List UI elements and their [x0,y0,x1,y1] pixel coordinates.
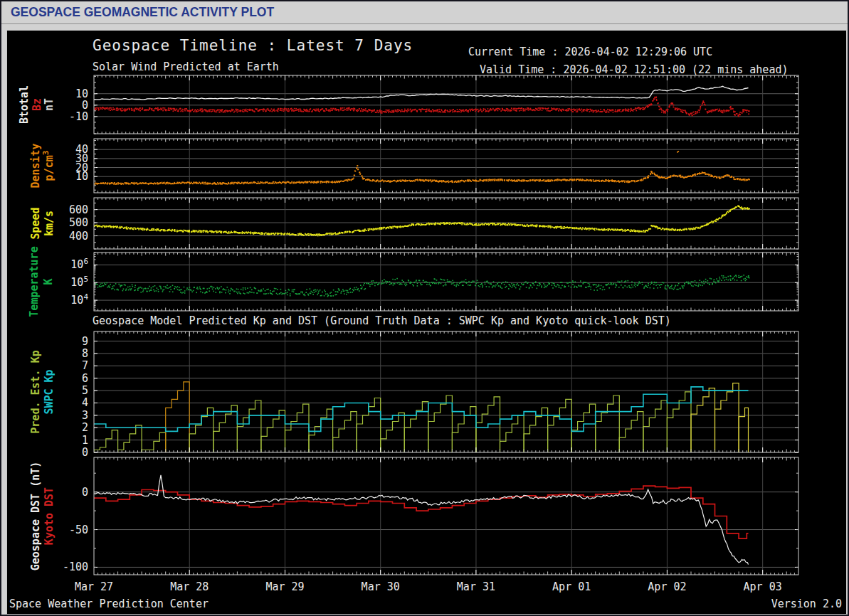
xlabel-Apr-02: Apr 02 [648,580,686,593]
xlabel-Mar-27: Mar 27 [75,580,113,593]
header-bar: GEOSPACE GEOMAGNETIC ACTIVITY PLOT [1,1,848,24]
panel-temperature: 106105104TemperatureK [28,246,798,317]
panel-dst-series [94,475,749,565]
axis-title-temperature: K [42,278,55,285]
ytick-imf--10: -10 [69,110,88,123]
axis-title-speed: km/s [43,211,56,236]
panel-temperature-series [94,275,750,297]
trace-temperature [94,275,750,297]
axis-title-dst: Geospace DST (nT) [29,462,42,571]
ytick-speed-400: 400 [69,230,88,243]
ytick-kp-1: 1 [82,434,88,447]
xlabel-Apr-03: Apr 03 [744,580,782,593]
panel-dst: 0-50-100Geospace DST (nT)Kyoto DST [29,457,798,575]
panel-temperature-xticks [98,253,795,311]
ytick-density-10: 10 [75,170,88,183]
panel-imf-series [94,86,750,117]
xlabel-Mar-28: Mar 28 [170,580,209,593]
xlabel-Apr-01: Apr 01 [552,580,591,593]
ytick-temperature-10^5: 105 [70,275,88,289]
ytick-kp-8: 8 [82,347,88,360]
ytick-speed-500: 500 [69,216,88,229]
ytick-dst-0: 0 [82,486,88,499]
xlabel-Mar-31: Mar 31 [457,580,495,593]
panel-imf: 100-10BtotalBznT [18,75,798,134]
panel-density: 40302010Densityp/cm3 [29,139,798,193]
ytick-kp-3: 3 [82,409,88,422]
ytick-kp-6: 6 [82,372,88,385]
xlabel-Mar-30: Mar 30 [362,580,400,593]
ytick-kp-2: 2 [82,421,88,434]
trace-swpc_kp [94,387,749,432]
panel-kp-series [94,382,749,452]
ytick-kp-5: 5 [82,384,88,397]
panel-density-xticks [98,139,795,193]
axis-title-imf: nT [43,98,56,111]
axis-title-density: Density [29,143,42,188]
trace-bz [94,97,750,117]
panel-kp: 9876543210Pred. Est. KpSWPC Kp [29,331,798,459]
axis-title-speed: Speed [29,207,42,239]
geospace-plot-page: { "header": {"title": "GEOSPACE GEOMAGNE… [0,0,849,616]
plot-frame: Geospace Timeline : Latest 7 Days Curren… [6,30,847,615]
axis-title-kp: Pred. Est. Kp [29,350,42,433]
panel-dst-xticks [98,457,795,575]
trace-pred_est_kp [94,382,749,452]
ytick-dst--50: -50 [69,524,88,536]
axis-title-imf: Bz [31,98,43,111]
axis-title-temperature: Temperature [28,246,41,317]
timeline-chart: 100-10BtotalBznT40302010Densityp/cm36005… [7,31,846,614]
axis-title-dst: Kyoto DST [43,487,56,545]
panel-speed: 600500400Speedkm/s [29,198,798,249]
ytick-kp-7: 7 [82,359,88,372]
panel-speed-series [94,206,750,237]
page-title: GEOSPACE GEOMAGNETIC ACTIVITY PLOT [11,5,274,20]
trace-geospace_dst [94,475,749,565]
ytick-kp-0: 0 [82,446,88,459]
xlabel-Mar-29: Mar 29 [265,580,304,593]
axis-title-kp: SWPC Kp [43,369,56,414]
panel-imf-xticks [98,75,795,134]
axis-title-imf: Btotal [18,85,31,124]
ytick-temperature-10^6: 106 [70,257,88,271]
axis-title-density: p/cm3 [41,151,56,181]
ytick-speed-600: 600 [69,203,88,216]
trace-btotal [94,86,749,100]
trace-speed [94,206,750,237]
ytick-dst--100: -100 [63,561,88,573]
ytick-kp-9: 9 [82,335,88,348]
ytick-kp-4: 4 [82,396,88,409]
ytick-temperature-10^4: 104 [70,292,88,307]
